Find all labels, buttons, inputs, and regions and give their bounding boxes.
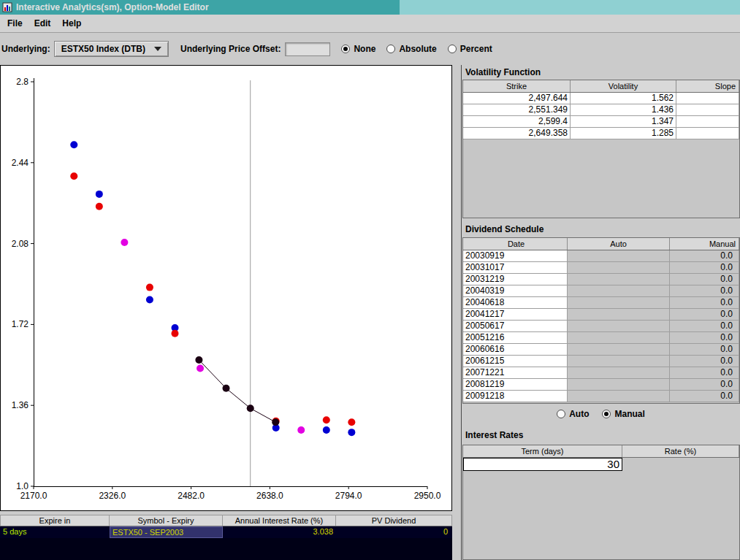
volatility-function-title: Volatility Function xyxy=(465,67,541,77)
menu-help[interactable]: Help xyxy=(56,17,87,30)
y-tick-label: 2.08 xyxy=(12,239,29,249)
chart-svg[interactable]: 2.82.442.081.721.361.02170.02326.02482.0… xyxy=(1,66,451,510)
data-point-red-vol[interactable] xyxy=(70,172,77,180)
volatility-cell: 1.347 xyxy=(571,116,676,128)
dividend-row[interactable]: 200606160.0 xyxy=(463,344,739,356)
volatility-smile-chart[interactable]: 2.82.442.081.721.361.02170.02326.02482.0… xyxy=(0,65,452,511)
expiry-table-row[interactable]: 5 days ESTX50 - SEP2003 3.038 0 xyxy=(0,526,452,538)
x-tick-label: 2950.0 xyxy=(414,491,441,501)
dividend-manual-cell[interactable]: 0.0 xyxy=(670,297,739,309)
dividend-manual-cell[interactable]: 0.0 xyxy=(670,309,739,321)
dividend-date-cell: 20081219 xyxy=(463,379,568,391)
slope-cell xyxy=(676,128,739,139)
data-point-red-vol[interactable] xyxy=(96,203,103,210)
dividend-row[interactable]: 200512160.0 xyxy=(463,332,739,344)
dividend-row[interactable]: 200309190.0 xyxy=(463,250,739,262)
dividend-manual-cell[interactable]: 0.0 xyxy=(670,274,739,285)
dividend-manual-cell[interactable]: 0.0 xyxy=(670,321,739,332)
radio-percent[interactable] xyxy=(448,45,457,53)
dividend-date-cell: 20040618 xyxy=(463,297,568,309)
term-editor-cell[interactable]: 30 xyxy=(463,458,622,471)
dividend-auto-cell xyxy=(568,356,670,367)
dividend-manual-cell[interactable]: 0.0 xyxy=(670,356,739,367)
dividend-manual-cell[interactable]: 0.0 xyxy=(670,250,739,262)
offset-input[interactable] xyxy=(285,42,330,56)
dividend-manual-cell[interactable]: 0.0 xyxy=(670,332,739,344)
volatility-header: Volatility xyxy=(571,80,676,92)
dividend-date-cell: 20030919 xyxy=(463,250,568,262)
dividend-mode-radios: Auto Manual xyxy=(462,408,740,420)
model-fit-line xyxy=(199,360,275,422)
dividend-manual-cell[interactable]: 0.0 xyxy=(670,367,739,379)
volatility-row[interactable]: 2,599.41.347 xyxy=(463,116,739,128)
dividend-row[interactable]: 200412170.0 xyxy=(463,309,739,321)
split-divider[interactable] xyxy=(452,65,461,560)
dividend-row[interactable]: 200312190.0 xyxy=(463,274,739,285)
x-tick-label: 2170.0 xyxy=(20,491,47,501)
data-point-model-curve[interactable] xyxy=(223,385,230,392)
data-point-blue-vol[interactable] xyxy=(96,191,103,198)
data-point-magenta-vol[interactable] xyxy=(197,364,204,372)
volatility-row[interactable]: 2,649.3581.285 xyxy=(463,128,739,139)
dividend-auto-cell xyxy=(568,332,670,344)
dividend-row[interactable]: 200712210.0 xyxy=(463,367,739,379)
dividend-row[interactable]: 200612150.0 xyxy=(463,356,739,367)
data-point-magenta-vol[interactable] xyxy=(121,239,128,246)
data-point-model-curve[interactable] xyxy=(195,356,202,364)
data-point-model-curve[interactable] xyxy=(247,404,254,412)
dividend-row[interactable]: 200506170.0 xyxy=(463,321,739,332)
dividend-auto-cell xyxy=(568,297,670,309)
rate-empty-cell[interactable] xyxy=(622,458,739,471)
data-point-magenta-vol[interactable] xyxy=(297,426,305,434)
dividend-row[interactable]: 200406180.0 xyxy=(463,297,739,309)
data-point-blue-vol[interactable] xyxy=(146,296,153,304)
right-panel: Volatility Function Strike Volatility Sl… xyxy=(461,65,740,560)
chevron-down-icon xyxy=(154,47,161,51)
y-tick-label: 2.44 xyxy=(12,158,29,168)
data-point-blue-vol[interactable] xyxy=(348,429,355,436)
offset-radio-absolute-group: Absolute xyxy=(386,44,436,54)
dividend-row[interactable]: 200310170.0 xyxy=(463,262,739,274)
radio-auto[interactable] xyxy=(557,410,565,418)
underlying-combo[interactable]: ESTX50 Index (DTB) xyxy=(54,41,169,57)
pv-dividend-cell[interactable]: 0 xyxy=(336,526,452,538)
symbol-expiry-cell[interactable]: ESTX50 - SEP2003 xyxy=(110,526,223,538)
data-point-red-vol[interactable] xyxy=(146,284,153,291)
dividend-schedule-title: Dividend Schedule xyxy=(465,224,543,234)
dividend-date-cell: 20050617 xyxy=(463,321,568,332)
titlebar[interactable]: Interactive Analytics(sm), Option-Model … xyxy=(0,0,740,15)
dividend-manual-cell[interactable]: 0.0 xyxy=(670,379,739,391)
data-point-red-vol[interactable] xyxy=(348,418,355,426)
data-point-red-vol[interactable] xyxy=(323,416,330,423)
radio-manual[interactable] xyxy=(602,410,611,418)
dividend-manual-cell[interactable]: 0.0 xyxy=(670,262,739,274)
dividend-date-cell: 20040319 xyxy=(463,285,568,297)
radio-none[interactable] xyxy=(341,45,350,53)
dividend-row[interactable]: 200403190.0 xyxy=(463,285,739,297)
volatility-row[interactable]: 2,497.6441.562 xyxy=(463,93,739,104)
titlebar-active-segment: Interactive Analytics(sm), Option-Model … xyxy=(0,0,400,15)
menu-file[interactable]: File xyxy=(1,17,28,30)
dividend-manual-cell[interactable]: 0.0 xyxy=(670,344,739,356)
volatility-row[interactable]: 2,551.3491.436 xyxy=(463,104,739,116)
data-point-blue-vol[interactable] xyxy=(70,141,77,148)
toolbar: Underlying: ESTX50 Index (DTB) Underlyin… xyxy=(0,33,740,65)
data-point-red-vol[interactable] xyxy=(171,330,178,337)
dividend-row[interactable]: 200812190.0 xyxy=(463,379,739,391)
manual-header: Manual xyxy=(670,238,739,250)
dividend-manual-cell[interactable]: 0.0 xyxy=(670,391,739,402)
data-point-blue-vol[interactable] xyxy=(323,426,330,434)
expiry-header-rate: Annual Interest Rate (%) xyxy=(223,515,336,526)
window-title: Interactive Analytics(sm), Option-Model … xyxy=(16,2,209,12)
data-point-model-curve[interactable] xyxy=(272,418,279,426)
radio-absolute[interactable] xyxy=(386,45,395,53)
expiry-table-empty-area xyxy=(0,538,452,560)
menu-edit[interactable]: Edit xyxy=(28,17,57,30)
dividend-manual-cell[interactable]: 0.0 xyxy=(670,285,739,297)
underlying-label: Underlying: xyxy=(1,44,50,54)
manual-radio-group: Manual xyxy=(602,409,644,419)
annual-interest-rate-cell[interactable]: 3.038 xyxy=(223,526,336,538)
strike-cell: 2,497.644 xyxy=(463,93,571,104)
dividend-row[interactable]: 200912180.0 xyxy=(463,391,739,402)
radio-absolute-label: Absolute xyxy=(399,44,436,54)
